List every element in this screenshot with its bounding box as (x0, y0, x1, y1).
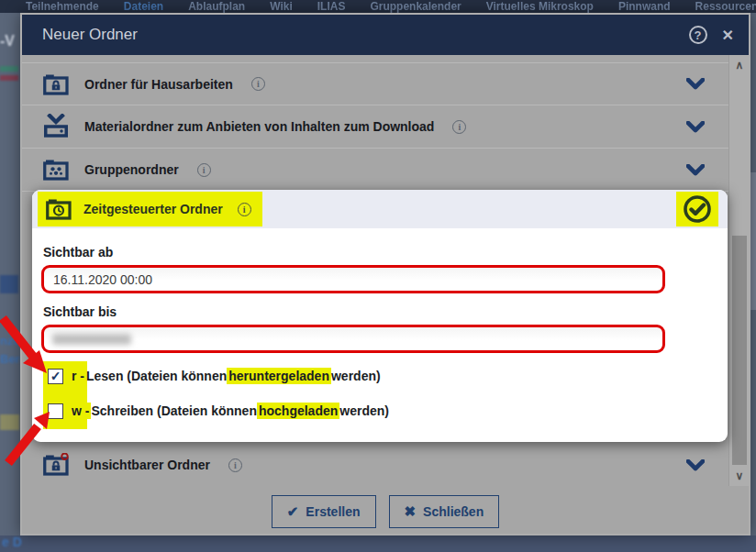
folder-type-label: Ordner für Hausarbeiten (84, 77, 233, 92)
chevron-down-icon[interactable] (686, 459, 705, 471)
folder-type-row-hausarbeiten[interactable]: Ordner für Hausarbeiten i (22, 62, 728, 105)
close-button-label: Schließen (423, 504, 484, 519)
folder-type-row-unsichtbar[interactable]: Unsichtbarer Ordner i (22, 444, 728, 486)
course-tab-bar: Teilnehmende Dateien Ablaufplan Wiki ILI… (0, 0, 756, 13)
tab-dateien[interactable]: Dateien (124, 0, 163, 13)
chevron-down-icon[interactable] (686, 78, 705, 90)
background-color-bar (0, 75, 18, 81)
folder-export-icon (42, 114, 70, 139)
new-folder-dialog: Neuer Ordner ? ✕ Ordner für Hausarbeiten… (20, 13, 750, 535)
write-checkbox[interactable] (48, 403, 63, 419)
dialog-footer: ✔ Erstellen ✖ Schließen (22, 486, 749, 537)
info-icon[interactable]: i (197, 163, 211, 177)
background-color-bar (0, 414, 19, 430)
tab-wiki[interactable]: Wiki (270, 0, 293, 13)
folder-timed-icon (45, 197, 72, 221)
chevron-down-icon[interactable] (686, 164, 705, 176)
dialog-title: Neuer Ordner (42, 26, 689, 44)
page-bottom-band (0, 535, 756, 552)
info-icon[interactable]: i (238, 203, 251, 216)
chevron-down-icon[interactable] (686, 121, 705, 133)
tab-ablaufplan[interactable]: Ablaufplan (188, 0, 245, 13)
selected-type-highlight (676, 192, 718, 226)
background-color-bar (0, 275, 18, 293)
info-icon[interactable]: i (251, 77, 265, 91)
help-icon[interactable]: ? (689, 26, 707, 44)
timed-folder-header[interactable]: Zeitgesteuerter Ordner i (32, 190, 728, 228)
permission-text: werden) (331, 369, 381, 383)
background-color-bar (750, 172, 756, 310)
folder-type-list: Ordner für Hausarbeiten i Materialordner… (22, 55, 749, 486)
permission-checkboxes: ✓ r - Lesen (Dateien können heruntergela… (43, 368, 715, 419)
check-circle-icon (682, 193, 713, 225)
background-link-fragment: e D (2, 535, 22, 549)
background-color-bar (0, 66, 18, 72)
highlighted-word: heruntergeladen (227, 368, 331, 384)
read-permission-row[interactable]: ✓ r - Lesen (Dateien können heruntergela… (43, 368, 715, 384)
folder-type-label: Unsichtbarer Ordner (84, 458, 210, 472)
tab-ilias[interactable]: ILIAS (317, 0, 346, 13)
timed-folder-form: Sichtbar ab Sichtbar bis ✓ r - Lesen (Da… (32, 228, 728, 419)
background-text-fragment: -V (0, 33, 15, 50)
permission-letter: w - (70, 403, 91, 419)
folder-type-row-materialordner[interactable]: Materialordner zum Anbieten von Inhalten… (22, 105, 728, 149)
tab-teilnehmende[interactable]: Teilnehmende (26, 0, 99, 13)
scroll-up-icon[interactable]: ∧ (729, 59, 749, 72)
timed-folder-panel: Zeitgesteuerter Ordner i Sichtbar ab Sic… (32, 190, 728, 442)
folder-lock-icon (42, 72, 70, 96)
permission-text: Schreiben (Dateien können (91, 403, 256, 418)
close-button[interactable]: ✖ Schließen (389, 495, 500, 528)
folder-type-label: Materialordner zum Anbieten von Inhalten… (84, 119, 434, 134)
create-button[interactable]: ✔ Erstellen (272, 495, 376, 528)
scroll-down-icon[interactable]: ∨ (729, 469, 749, 482)
check-icon: ✔ (287, 503, 299, 520)
read-checkbox[interactable]: ✓ (48, 369, 63, 384)
visible-from-input[interactable] (41, 265, 665, 293)
dialog-titlebar: Neuer Ordner ? ✕ (22, 15, 749, 55)
folder-type-label: Gruppenordner (84, 162, 179, 177)
permission-text: Lesen (Dateien können (86, 369, 227, 383)
permission-letter: r - (70, 368, 86, 384)
visible-until-label: Sichtbar bis (43, 304, 715, 319)
visible-from-label: Sichtbar ab (43, 245, 715, 259)
info-icon[interactable]: i (228, 458, 242, 472)
write-permission-row[interactable]: w - Schreiben (Dateien können hochgelade… (43, 403, 715, 419)
close-icon: ✖ (405, 503, 417, 520)
folder-invisible-icon (42, 453, 70, 477)
permission-text: werden) (339, 403, 389, 418)
visible-until-input[interactable] (41, 325, 665, 353)
tab-ressourcen[interactable]: Ressourcen (695, 0, 756, 13)
tab-gruppenkalender[interactable]: Gruppenkalender (370, 0, 461, 13)
tab-virtuelles-mikroskop[interactable]: Virtuelles Mikroskop (486, 0, 594, 13)
tab-pinnwand[interactable]: Pinnwand (618, 0, 671, 13)
background-link-fragment: nzu (0, 334, 20, 348)
folder-group-icon (42, 158, 70, 182)
scrollbar-thumb[interactable] (732, 236, 747, 465)
folder-type-row-gruppenordner[interactable]: Gruppenordner i (22, 149, 728, 192)
timed-folder-highlight: Zeitgesteuerter Ordner i (38, 192, 262, 226)
highlighted-word: hochgeladen (257, 403, 339, 419)
scrollbar[interactable]: ∧ ∨ (728, 55, 749, 486)
info-icon[interactable]: i (452, 120, 466, 134)
close-icon[interactable]: ✕ (722, 27, 734, 44)
create-button-label: Erstellen (306, 504, 360, 519)
folder-type-label: Zeitgesteuerter Ordner (83, 202, 223, 216)
